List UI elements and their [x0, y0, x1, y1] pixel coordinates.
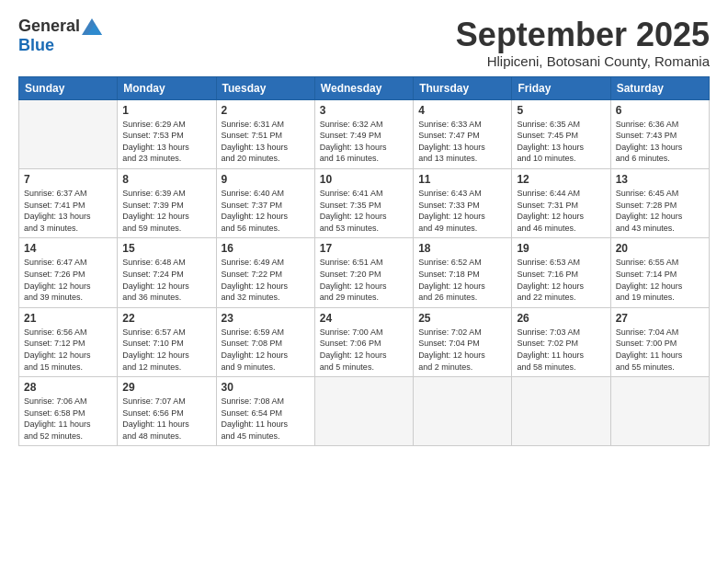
calendar-cell: 14Sunrise: 6:47 AMSunset: 7:26 PMDayligh… [19, 238, 118, 307]
calendar-cell: 13Sunrise: 6:45 AMSunset: 7:28 PMDayligh… [610, 168, 709, 237]
day-info: Sunrise: 7:04 AMSunset: 7:00 PMDaylight:… [616, 327, 704, 373]
day-number: 16 [222, 242, 310, 255]
calendar-cell: 15Sunrise: 6:48 AMSunset: 7:24 PMDayligh… [118, 238, 216, 307]
calendar-cell [414, 377, 512, 446]
day-info: Sunrise: 6:39 AMSunset: 7:39 PMDaylight:… [122, 188, 210, 234]
day-number: 3 [320, 104, 408, 117]
calendar-cell: 20Sunrise: 6:55 AMSunset: 7:14 PMDayligh… [610, 238, 709, 307]
logo-blue: Blue [18, 36, 54, 55]
calendar-cell: 29Sunrise: 7:07 AMSunset: 6:56 PMDayligh… [118, 377, 216, 446]
month-title: September 2025 [456, 17, 710, 53]
header-tuesday: Tuesday [216, 76, 314, 99]
calendar-cell: 11Sunrise: 6:43 AMSunset: 7:33 PMDayligh… [414, 168, 512, 237]
day-number: 1 [122, 104, 210, 117]
day-info: Sunrise: 6:33 AMSunset: 7:47 PMDaylight:… [418, 119, 506, 165]
day-number: 26 [517, 312, 605, 325]
day-info: Sunrise: 6:57 AMSunset: 7:10 PMDaylight:… [122, 327, 210, 373]
day-number: 12 [517, 173, 605, 186]
header-sunday: Sunday [19, 76, 118, 99]
calendar-cell: 8Sunrise: 6:39 AMSunset: 7:39 PMDaylight… [118, 168, 216, 237]
day-number: 27 [616, 312, 704, 325]
day-number: 28 [24, 381, 112, 394]
calendar-cell: 3Sunrise: 6:32 AMSunset: 7:49 PMDaylight… [314, 99, 413, 168]
calendar-cell: 28Sunrise: 7:06 AMSunset: 6:58 PMDayligh… [19, 377, 118, 446]
day-info: Sunrise: 6:35 AMSunset: 7:45 PMDaylight:… [517, 119, 605, 165]
calendar-cell: 17Sunrise: 6:51 AMSunset: 7:20 PMDayligh… [314, 238, 413, 307]
calendar-cell [19, 99, 118, 168]
calendar-cell: 10Sunrise: 6:41 AMSunset: 7:35 PMDayligh… [314, 168, 413, 237]
day-info: Sunrise: 7:03 AMSunset: 7:02 PMDaylight:… [517, 327, 605, 373]
day-number: 25 [418, 312, 506, 325]
day-number: 5 [517, 104, 605, 117]
day-info: Sunrise: 6:36 AMSunset: 7:43 PMDaylight:… [616, 119, 704, 165]
calendar-cell: 27Sunrise: 7:04 AMSunset: 7:00 PMDayligh… [610, 307, 709, 376]
day-number: 7 [24, 173, 112, 186]
calendar-cell: 2Sunrise: 6:31 AMSunset: 7:51 PMDaylight… [216, 99, 314, 168]
day-info: Sunrise: 6:32 AMSunset: 7:49 PMDaylight:… [320, 119, 408, 165]
header-wednesday: Wednesday [314, 76, 413, 99]
calendar-cell [512, 377, 610, 446]
calendar-cell: 7Sunrise: 6:37 AMSunset: 7:41 PMDaylight… [19, 168, 118, 237]
day-number: 20 [616, 242, 704, 255]
day-info: Sunrise: 6:48 AMSunset: 7:24 PMDaylight:… [122, 257, 210, 303]
day-info: Sunrise: 6:29 AMSunset: 7:53 PMDaylight:… [122, 119, 210, 165]
logo-icon [82, 18, 102, 35]
title-block: September 2025 Hlipiceni, Botosani Count… [456, 17, 710, 69]
calendar-cell [314, 377, 413, 446]
day-number: 15 [122, 242, 210, 255]
day-number: 24 [320, 312, 408, 325]
header-thursday: Thursday [414, 76, 512, 99]
day-number: 23 [222, 312, 310, 325]
day-info: Sunrise: 6:44 AMSunset: 7:31 PMDaylight:… [517, 188, 605, 234]
day-number: 29 [122, 381, 210, 394]
day-info: Sunrise: 6:43 AMSunset: 7:33 PMDaylight:… [418, 188, 506, 234]
calendar-cell: 9Sunrise: 6:40 AMSunset: 7:37 PMDaylight… [216, 168, 314, 237]
day-info: Sunrise: 6:49 AMSunset: 7:22 PMDaylight:… [222, 257, 310, 303]
calendar-header-row: Sunday Monday Tuesday Wednesday Thursday… [19, 76, 710, 99]
day-info: Sunrise: 6:56 AMSunset: 7:12 PMDaylight:… [24, 327, 112, 373]
day-number: 21 [24, 312, 112, 325]
day-number: 2 [222, 104, 310, 117]
day-number: 8 [122, 173, 210, 186]
calendar-cell: 26Sunrise: 7:03 AMSunset: 7:02 PMDayligh… [512, 307, 610, 376]
day-info: Sunrise: 7:06 AMSunset: 6:58 PMDaylight:… [24, 396, 112, 442]
logo: General Blue [18, 17, 102, 55]
calendar-cell: 1Sunrise: 6:29 AMSunset: 7:53 PMDaylight… [118, 99, 216, 168]
header-friday: Friday [512, 76, 610, 99]
calendar-week-3: 14Sunrise: 6:47 AMSunset: 7:26 PMDayligh… [19, 238, 710, 307]
calendar-week-5: 28Sunrise: 7:06 AMSunset: 6:58 PMDayligh… [19, 377, 710, 446]
day-info: Sunrise: 6:40 AMSunset: 7:37 PMDaylight:… [222, 188, 310, 234]
calendar-cell [610, 377, 709, 446]
day-number: 17 [320, 242, 408, 255]
day-number: 10 [320, 173, 408, 186]
day-info: Sunrise: 6:51 AMSunset: 7:20 PMDaylight:… [320, 257, 408, 303]
day-number: 11 [418, 173, 506, 186]
calendar-cell: 12Sunrise: 6:44 AMSunset: 7:31 PMDayligh… [512, 168, 610, 237]
day-info: Sunrise: 7:02 AMSunset: 7:04 PMDaylight:… [418, 327, 506, 373]
day-number: 18 [418, 242, 506, 255]
day-number: 4 [418, 104, 506, 117]
day-info: Sunrise: 6:52 AMSunset: 7:18 PMDaylight:… [418, 257, 506, 303]
calendar-week-2: 7Sunrise: 6:37 AMSunset: 7:41 PMDaylight… [19, 168, 710, 237]
day-number: 30 [222, 381, 310, 394]
day-number: 14 [24, 242, 112, 255]
calendar-week-4: 21Sunrise: 6:56 AMSunset: 7:12 PMDayligh… [19, 307, 710, 376]
day-number: 9 [222, 173, 310, 186]
day-info: Sunrise: 6:55 AMSunset: 7:14 PMDaylight:… [616, 257, 704, 303]
calendar-cell: 22Sunrise: 6:57 AMSunset: 7:10 PMDayligh… [118, 307, 216, 376]
location: Hlipiceni, Botosani County, Romania [456, 53, 710, 69]
day-number: 19 [517, 242, 605, 255]
calendar-cell: 6Sunrise: 6:36 AMSunset: 7:43 PMDaylight… [610, 99, 709, 168]
calendar-cell: 30Sunrise: 7:08 AMSunset: 6:54 PMDayligh… [216, 377, 314, 446]
calendar-cell: 4Sunrise: 6:33 AMSunset: 7:47 PMDaylight… [414, 99, 512, 168]
calendar-week-1: 1Sunrise: 6:29 AMSunset: 7:53 PMDaylight… [19, 99, 710, 168]
calendar-cell: 18Sunrise: 6:52 AMSunset: 7:18 PMDayligh… [414, 238, 512, 307]
day-info: Sunrise: 6:47 AMSunset: 7:26 PMDaylight:… [24, 257, 112, 303]
calendar-cell: 25Sunrise: 7:02 AMSunset: 7:04 PMDayligh… [414, 307, 512, 376]
calendar: Sunday Monday Tuesday Wednesday Thursday… [18, 76, 710, 447]
day-info: Sunrise: 6:37 AMSunset: 7:41 PMDaylight:… [24, 188, 112, 234]
day-number: 6 [616, 104, 704, 117]
day-info: Sunrise: 6:45 AMSunset: 7:28 PMDaylight:… [616, 188, 704, 234]
calendar-cell: 21Sunrise: 6:56 AMSunset: 7:12 PMDayligh… [19, 307, 118, 376]
day-info: Sunrise: 6:53 AMSunset: 7:16 PMDaylight:… [517, 257, 605, 303]
